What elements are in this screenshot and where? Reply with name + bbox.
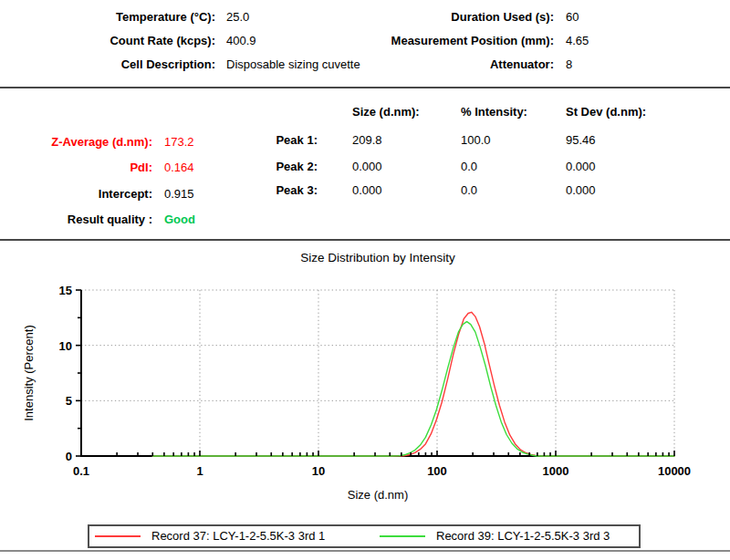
x-tick-label: 0.1 xyxy=(73,464,89,478)
count-rate-value: 400.9 xyxy=(226,33,256,49)
legend-line-red-icon xyxy=(95,535,141,537)
chart-title: Size Distribution by Intensity xyxy=(300,251,455,264)
peak1-label: Peak 1: xyxy=(270,132,318,149)
intercept-label: Intercept: xyxy=(0,186,152,202)
peak2-intensity: 0.0 xyxy=(461,159,477,175)
y-tick-label: 10 xyxy=(59,339,72,353)
size-distribution-chart: Size Distribution by Intensity0510150.11… xyxy=(0,240,730,523)
peak2-size: 0.000 xyxy=(352,159,382,175)
temperature-label: Temperature (°C): xyxy=(0,9,215,26)
result-quality-label: Result quality : xyxy=(0,212,152,228)
x-tick-label: 1 xyxy=(196,464,203,478)
legend-record-37: Record 37: LCY-1-2-5.5K-3 3rd 1 xyxy=(151,528,325,544)
legend-record-39: Record 39: LCY-1-2-5.5K-3 3rd 3 xyxy=(436,528,610,544)
count-rate-label: Count Rate (kcps): xyxy=(0,33,215,49)
peak3-intensity: 0.0 xyxy=(461,182,477,199)
z-average-value: 173.2 xyxy=(164,134,194,150)
peak3-stdev: 0.000 xyxy=(566,182,596,199)
cell-description-label: Cell Description: xyxy=(0,57,215,73)
col-header-size: Size (d.nm): xyxy=(352,104,420,120)
temperature-value: 25.0 xyxy=(226,9,249,26)
z-average-label: Z-Average (d.nm): xyxy=(0,134,152,150)
y-tick-label: 0 xyxy=(66,450,72,463)
y-tick-label: 15 xyxy=(59,284,72,297)
peak1-intensity: 100.0 xyxy=(461,132,491,149)
x-tick-label: 10 xyxy=(312,464,325,478)
measurement-position-value: 4.65 xyxy=(566,33,589,49)
x-tick-label: 1000 xyxy=(543,464,569,478)
x-tick-label: 100 xyxy=(427,464,447,478)
separator-bottom xyxy=(0,550,730,552)
peak2-label: Peak 2: xyxy=(270,159,318,175)
y-tick-label: 5 xyxy=(66,394,72,408)
peak2-stdev: 0.000 xyxy=(566,159,596,175)
attenuator-value: 8 xyxy=(566,57,572,73)
duration-used-label: Duration Used (s): xyxy=(274,9,554,26)
x-tick-label: 10000 xyxy=(658,464,691,478)
legend-line-green-icon xyxy=(380,535,425,537)
duration-used-value: 60 xyxy=(566,9,579,26)
col-header-stdev: St Dev (d.nm): xyxy=(566,104,646,120)
peak1-stdev: 95.46 xyxy=(566,132,596,149)
intercept-value: 0.915 xyxy=(164,186,194,202)
attenuator-label: Attenuator: xyxy=(274,57,554,73)
peak1-size: 209.8 xyxy=(352,132,382,149)
pdi-label: PdI: xyxy=(0,160,152,176)
peak3-label: Peak 3: xyxy=(270,182,318,199)
result-quality-value: Good xyxy=(164,212,195,228)
measurement-position-label: Measurement Position (mm): xyxy=(274,33,554,49)
chart-legend: Record 37: LCY-1-2-5.5K-3 3rd 1 Record 3… xyxy=(88,524,641,548)
col-header-intensity: % Intensity: xyxy=(461,104,527,120)
separator-top xyxy=(0,87,730,88)
pdi-value: 0.164 xyxy=(164,160,194,176)
x-axis-title: Size (d.nm) xyxy=(348,488,408,502)
dls-size-report: Temperature (°C): 25.0 Count Rate (kcps)… xyxy=(0,0,730,560)
peak3-size: 0.000 xyxy=(352,182,382,199)
y-axis-title: Intensity (Percent) xyxy=(22,325,36,421)
